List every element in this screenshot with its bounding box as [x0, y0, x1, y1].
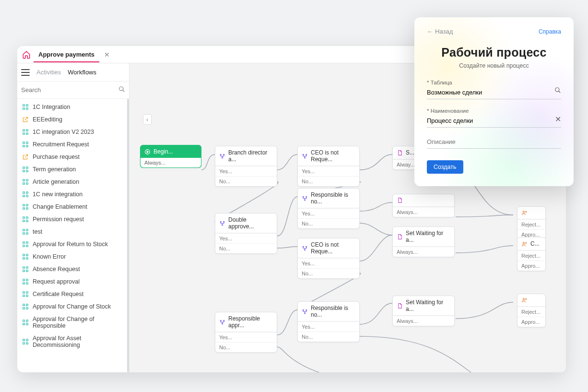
svg-point-86: [306, 246, 307, 247]
help-link[interactable]: Справка: [539, 28, 561, 35]
search-icon[interactable]: [118, 86, 125, 95]
workflow-item[interactable]: 1C integration V2 2023: [17, 126, 129, 138]
document-icon: [397, 234, 403, 240]
svg-rect-48: [26, 270, 28, 272]
node-output[interactable]: Yes...: [298, 208, 359, 218]
workflow-item[interactable]: Purchase request: [17, 151, 129, 163]
node-output[interactable]: No...: [215, 176, 277, 186]
svg-point-73: [220, 221, 221, 222]
node-responsible-no-1[interactable]: Responsible is no... Yes... No...: [297, 188, 360, 229]
node-output[interactable]: Always...: [393, 207, 454, 217]
workflow-item[interactable]: Known Error: [17, 250, 129, 263]
node-output[interactable]: Reject...: [517, 307, 545, 317]
workflow-item[interactable]: test: [17, 226, 129, 238]
node-output[interactable]: Always...: [393, 316, 454, 326]
node-begin[interactable]: Begin... Always...: [140, 145, 201, 168]
svg-point-81: [304, 157, 305, 158]
modal-subtitle: Создайте новый процесс: [427, 62, 561, 69]
node-c-1[interactable]: Reject... Appro...: [517, 206, 546, 240]
field-table-label: * Таблица: [427, 80, 561, 85]
workflow-item[interactable]: Change Enablement: [17, 201, 129, 213]
svg-point-93: [523, 242, 524, 243]
workflow-item[interactable]: Recruitment Request: [17, 138, 129, 151]
node-output[interactable]: Yes...: [215, 166, 277, 176]
workflow-item[interactable]: Request approval: [17, 275, 129, 288]
collapse-sidebar-button[interactable]: ‹: [143, 114, 152, 125]
node-output[interactable]: Appro...: [517, 261, 545, 271]
node-branch-director[interactable]: Branch director a... Yes... No...: [215, 146, 277, 187]
svg-rect-28: [26, 208, 28, 210]
node-output[interactable]: No...: [298, 268, 359, 278]
document-icon: [397, 303, 403, 309]
node-output[interactable]: Yes...: [215, 233, 277, 243]
workflow-icon: [22, 253, 29, 260]
workflow-item[interactable]: 1C new integration: [17, 188, 129, 201]
node-wait-2[interactable]: Set Waiting for a... Always...: [392, 296, 455, 326]
node-c-2[interactable]: C... Reject... Appro...: [517, 237, 546, 271]
create-button[interactable]: Создать: [427, 160, 463, 174]
hamburger-icon[interactable]: [21, 69, 30, 76]
node-output[interactable]: No...: [298, 176, 359, 186]
node-output[interactable]: No...: [215, 243, 277, 253]
node-output[interactable]: No...: [215, 342, 277, 352]
node-title: Responsible is no...: [311, 305, 355, 318]
node-responsible-appr[interactable]: Responsible appr... Yes... No...: [215, 312, 277, 353]
workflow-item[interactable]: Approval for Change of Stock: [17, 300, 129, 313]
workflow-list[interactable]: 1C IntegrationEEEediting1C integration V…: [17, 99, 129, 372]
node-ceo-2[interactable]: CEO is not Reque... Yes... No...: [297, 238, 360, 279]
workflow-item[interactable]: Approval for Asset Decommissioning: [17, 332, 129, 351]
node-output[interactable]: Yes...: [298, 166, 359, 176]
node-output[interactable]: Yes...: [215, 332, 277, 342]
node-s[interactable]: S... Alway...: [392, 146, 417, 170]
workflow-icon: [22, 166, 29, 173]
search-icon[interactable]: [554, 87, 561, 95]
workflow-icon: [22, 338, 29, 345]
workflow-item[interactable]: 1C Integration: [17, 101, 129, 113]
node-output[interactable]: No...: [298, 332, 359, 342]
node-double-approve[interactable]: Double approve... Yes... No...: [215, 213, 277, 254]
tab-workflows[interactable]: Workflows: [68, 68, 96, 77]
svg-rect-26: [26, 204, 28, 206]
svg-rect-56: [26, 295, 28, 297]
tab-title[interactable]: Approve payments: [35, 51, 97, 58]
svg-point-70: [220, 154, 221, 155]
node-output[interactable]: Appro...: [517, 317, 545, 327]
node-output[interactable]: Yes...: [298, 321, 359, 332]
node-wait-1[interactable]: Set Waiting for a... Always...: [392, 226, 455, 257]
svg-rect-29: [23, 217, 25, 219]
back-link[interactable]: ← Назад: [427, 28, 453, 35]
node-c-3[interactable]: Reject... Appro...: [517, 294, 546, 327]
name-input[interactable]: [427, 115, 561, 128]
workflow-icon: [22, 141, 29, 148]
svg-rect-10: [26, 142, 28, 144]
node-output[interactable]: Always...: [393, 247, 454, 257]
home-icon[interactable]: [22, 50, 31, 59]
node-output[interactable]: Yes...: [298, 258, 359, 268]
table-input[interactable]: [427, 87, 561, 99]
node-output[interactable]: Alway...: [393, 159, 417, 169]
node-output[interactable]: Always...: [141, 158, 201, 167]
description-input[interactable]: [427, 136, 561, 149]
node-title: CEO is not Reque...: [311, 149, 355, 163]
tab-close-icon[interactable]: ✕: [104, 51, 110, 59]
workflow-item[interactable]: EEEediting: [17, 113, 129, 126]
workflow-item[interactable]: Article generation: [17, 176, 129, 188]
tab-activities[interactable]: Activities: [36, 68, 61, 77]
workflow-icon: [22, 129, 29, 135]
search-input[interactable]: [21, 86, 118, 94]
node-responsible-no-2[interactable]: Responsible is no... Yes... No...: [297, 301, 360, 342]
svg-rect-50: [26, 279, 28, 281]
node-output[interactable]: No...: [298, 218, 359, 228]
clear-icon[interactable]: ✕: [555, 115, 561, 124]
node-ceo-1[interactable]: CEO is not Reque... Yes... No...: [297, 146, 360, 187]
node-output[interactable]: Reject...: [517, 219, 545, 229]
node-doc-a[interactable]: Always...: [392, 194, 455, 217]
workflow-item[interactable]: Absence Request: [17, 263, 129, 275]
workflow-item[interactable]: Certificate Request: [17, 288, 129, 300]
workflow-item[interactable]: Term generation: [17, 163, 129, 176]
workflow-item[interactable]: Approval for Return to Stock: [17, 238, 129, 250]
svg-rect-68: [26, 343, 28, 344]
node-output[interactable]: Reject...: [517, 250, 545, 261]
workflow-item[interactable]: Permission request: [17, 213, 129, 226]
workflow-item[interactable]: Approval for Change of Responsible: [17, 313, 129, 332]
